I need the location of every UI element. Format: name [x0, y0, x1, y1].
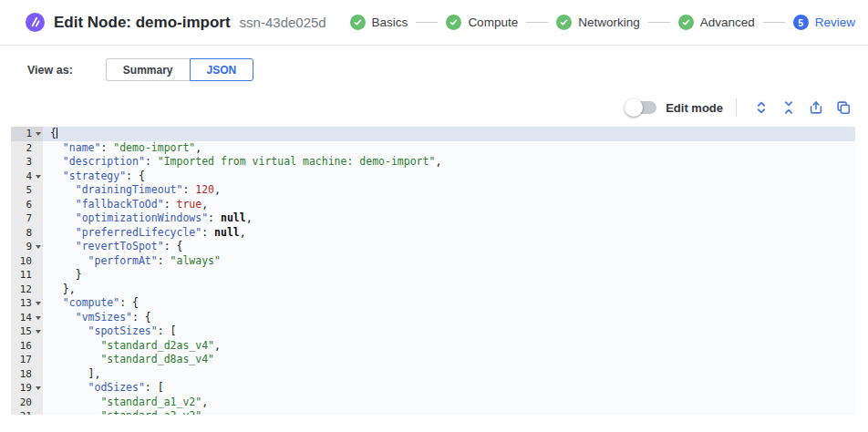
- fold-toggle-icon[interactable]: [36, 175, 41, 179]
- node-id: ssn-43de025d: [240, 15, 326, 30]
- code-line[interactable]: 8 "preferredLifecycle": null,: [11, 226, 855, 241]
- step-connector: [526, 22, 548, 23]
- view-as-label: View as:: [27, 64, 73, 77]
- line-number: 1: [11, 127, 43, 141]
- code-line-content[interactable]: "standard_a2_v2",: [43, 409, 855, 415]
- code-line-content[interactable]: "compute": {: [43, 296, 855, 311]
- step-networking[interactable]: Networking: [556, 15, 640, 30]
- step-number-badge: 5: [793, 15, 809, 30]
- code-line[interactable]: 5 "drainingTimeout": 120,: [11, 183, 855, 198]
- code-line-content[interactable]: {: [43, 127, 855, 141]
- view-as-toggle-group: Summary JSON: [106, 58, 253, 81]
- code-line[interactable]: 7 "optimizationWindows": null,: [11, 211, 855, 226]
- step-label: Compute: [468, 15, 518, 29]
- code-line[interactable]: 13 "compute": {: [11, 296, 855, 311]
- step-label: Review: [815, 15, 855, 29]
- fold-toggle-icon[interactable]: [36, 302, 41, 305]
- code-line[interactable]: 4 "strategy": {: [11, 170, 855, 184]
- code-line[interactable]: 9 "revertToSpot": {: [11, 240, 855, 254]
- line-number: 7: [11, 211, 43, 226]
- step-label: Networking: [578, 15, 640, 29]
- fold-toggle-icon[interactable]: [36, 316, 41, 320]
- collapse-all-icon[interactable]: [780, 98, 798, 117]
- line-number: 15: [11, 324, 43, 339]
- fold-toggle-icon[interactable]: [36, 132, 41, 136]
- line-number: 4: [11, 170, 43, 184]
- line-number: 16: [11, 339, 43, 354]
- code-line[interactable]: 20 "standard_a1_v2",: [11, 396, 855, 410]
- line-number: 2: [11, 141, 43, 156]
- edit-mode-toggle[interactable]: [627, 101, 656, 114]
- json-code-editor[interactable]: 1{2 "name": "demo-import",3 "description…: [11, 127, 855, 415]
- code-line-content[interactable]: "odSizes": [: [43, 381, 855, 396]
- code-line-content[interactable]: "standard_d2as_v4",: [43, 339, 855, 354]
- code-line[interactable]: 1{: [11, 127, 855, 141]
- code-line-content[interactable]: "description": "Imported from virtual ma…: [43, 155, 855, 170]
- line-number: 20: [11, 396, 43, 410]
- code-line-content[interactable]: "name": "demo-import",: [43, 141, 855, 156]
- view-as-summary-button[interactable]: Summary: [106, 58, 190, 81]
- expand-all-icon[interactable]: [752, 98, 770, 117]
- code-line[interactable]: 21 "standard_a2_v2",: [11, 409, 855, 415]
- line-number: 5: [11, 183, 43, 198]
- edit-node-page: Edit Node: demo-import ssn-43de025d Basi…: [0, 0, 868, 432]
- code-line[interactable]: 16 "standard_d2as_v4",: [11, 339, 855, 354]
- step-compute[interactable]: Compute: [446, 15, 518, 30]
- code-line-content[interactable]: "fallbackToOd": true,: [43, 198, 855, 212]
- code-line-content[interactable]: "optimizationWindows": null,: [43, 211, 855, 226]
- step-basics[interactable]: Basics: [350, 15, 408, 30]
- code-line[interactable]: 10 "performAt": "always": [11, 254, 855, 269]
- code-line[interactable]: 3 "description": "Imported from virtual …: [11, 155, 855, 170]
- editor-toolbar: Edit mode: [0, 96, 868, 119]
- fold-toggle-icon[interactable]: [36, 386, 41, 390]
- step-review[interactable]: 5Review: [793, 15, 855, 30]
- step-advanced[interactable]: Advanced: [678, 15, 755, 30]
- code-line-content[interactable]: ],: [43, 367, 855, 382]
- line-number: 19: [11, 381, 43, 396]
- view-as-row: View as: Summary JSON: [0, 58, 868, 81]
- page-title: Edit Node: demo-import: [54, 14, 231, 32]
- code-line-content[interactable]: "revertToSpot": {: [43, 240, 855, 254]
- page-header: Edit Node: demo-import ssn-43de025d Basi…: [0, 0, 868, 46]
- step-check-icon: [556, 15, 572, 30]
- code-line[interactable]: 11 }: [11, 268, 855, 283]
- view-as-json-button[interactable]: JSON: [190, 58, 254, 81]
- step-label: Advanced: [700, 15, 755, 29]
- step-connector: [416, 22, 438, 23]
- line-number: 18: [11, 367, 43, 382]
- code-line[interactable]: 15 "spotSizes": [: [11, 324, 855, 339]
- code-line-content[interactable]: "standard_d8as_v4": [43, 353, 855, 367]
- line-number: 3: [11, 155, 43, 170]
- code-line-content[interactable]: "drainingTimeout": 120,: [43, 183, 855, 198]
- edit-mode-label: Edit mode: [666, 101, 723, 115]
- line-number: 21: [11, 409, 43, 415]
- step-check-icon: [446, 15, 461, 30]
- toolbar-divider: [736, 98, 737, 117]
- code-line-content[interactable]: "spotSizes": [: [43, 324, 855, 339]
- code-line[interactable]: 14 "vmSizes": {: [11, 311, 855, 325]
- code-line[interactable]: 12 },: [11, 283, 855, 297]
- line-number: 14: [11, 311, 43, 325]
- code-line-content[interactable]: },: [43, 283, 855, 297]
- code-line[interactable]: 17 "standard_d8as_v4": [11, 353, 855, 367]
- export-icon[interactable]: [807, 98, 825, 117]
- fold-toggle-icon[interactable]: [36, 330, 41, 334]
- line-number: 13: [11, 296, 43, 311]
- code-line-content[interactable]: "vmSizes": {: [43, 311, 855, 325]
- code-line-content[interactable]: "strategy": {: [43, 170, 855, 184]
- step-label: Basics: [372, 15, 408, 29]
- wizard-stepper: BasicsComputeNetworkingAdvanced5Review: [350, 15, 855, 30]
- code-line-content[interactable]: "standard_a1_v2",: [43, 396, 855, 410]
- copy-icon[interactable]: [834, 98, 852, 117]
- code-line[interactable]: 2 "name": "demo-import",: [11, 141, 855, 156]
- code-line-content[interactable]: "performAt": "always": [43, 254, 855, 269]
- toggle-knob: [625, 98, 643, 117]
- fold-toggle-icon[interactable]: [36, 245, 41, 249]
- code-line[interactable]: 19 "odSizes": [: [11, 381, 855, 396]
- code-line-content[interactable]: }: [43, 268, 855, 283]
- code-line-content[interactable]: "preferredLifecycle": null,: [43, 226, 855, 241]
- code-line[interactable]: 18 ],: [11, 367, 855, 382]
- line-number: 10: [11, 254, 43, 269]
- code-line[interactable]: 6 "fallbackToOd": true,: [11, 198, 855, 212]
- text-cursor: [57, 128, 57, 139]
